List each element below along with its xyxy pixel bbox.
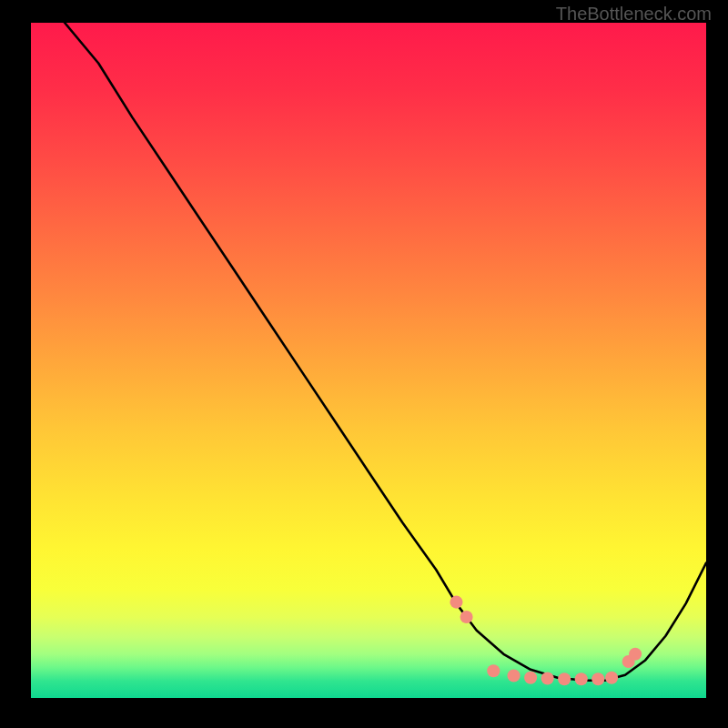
plot-area [31,23,706,698]
highlight-dots [450,596,642,686]
curve-layer [31,23,706,698]
highlight-dot [460,611,473,623]
highlight-dot [575,672,588,685]
chart-frame: TheBottleneck.com [0,0,728,728]
highlight-dot [487,664,500,677]
highlight-dot [507,669,520,682]
highlight-dot [541,672,554,684]
highlight-dot [629,648,642,661]
highlight-dot [592,672,604,685]
highlight-dot [524,672,537,684]
highlight-dot [558,672,571,685]
bottleneck-curve [65,23,706,681]
highlight-dot [605,672,618,684]
highlight-dot [450,596,462,609]
watermark-text: TheBottleneck.com [556,4,712,25]
